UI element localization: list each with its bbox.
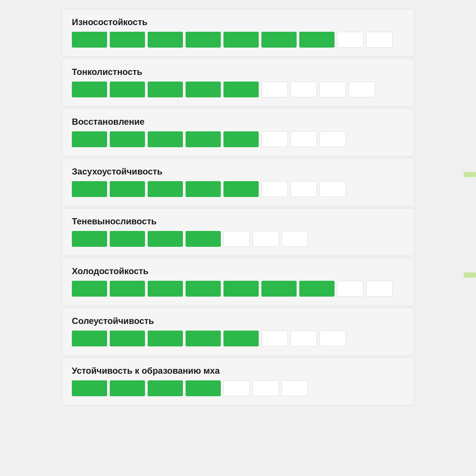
bar-segment-6-2 [148,331,183,346]
card-6: Солеустойчивость [62,308,414,356]
bar-segment-4-3 [186,231,221,247]
bar-row-6 [72,331,404,346]
bar-segment-5-4 [223,281,259,297]
card-title-3: Засухоустойчивость [72,167,404,177]
bar-segment-3-5 [261,181,288,197]
bar-segment-5-5 [261,281,297,297]
bar-segment-2-6 [290,131,317,147]
bar-segment-5-3 [186,281,221,297]
bar-segment-7-6 [282,380,308,396]
bar-segment-0-8 [366,32,393,48]
watermark-vsesemena [464,172,476,177]
bar-segment-6-1 [110,331,145,346]
bar-segment-5-0 [72,281,107,297]
bar-segment-1-5 [261,82,288,97]
bar-segment-0-1 [110,32,145,48]
bar-segment-1-6 [290,82,317,97]
bar-segment-6-6 [290,331,317,346]
bar-row-1 [72,82,404,97]
bar-segment-0-4 [223,32,259,48]
main-container: ИзносостойкостьТонколистностьВосстановле… [0,0,476,416]
bar-segment-1-0 [72,82,107,97]
bar-row-4 [72,231,404,247]
bar-segment-5-2 [148,281,183,297]
bar-segment-1-1 [110,82,145,97]
bar-segment-6-0 [72,331,107,346]
bar-segment-6-3 [186,331,221,346]
bar-segment-3-4 [223,181,259,197]
bar-segment-0-5 [261,32,297,48]
bar-segment-2-4 [223,131,259,147]
bar-segment-1-8 [349,82,375,97]
bar-segment-4-4 [223,231,250,247]
bar-segment-5-7 [337,281,364,297]
bar-segment-2-0 [72,131,107,147]
bar-segment-4-5 [253,231,279,247]
bar-segment-3-1 [110,181,145,197]
bar-segment-6-5 [261,331,288,346]
bar-segment-2-3 [186,131,221,147]
card-title-0: Износостойкость [72,17,404,27]
bar-segment-7-1 [110,380,145,396]
bar-segment-5-8 [366,281,393,297]
card-5: Холодостойкость [62,258,414,306]
bar-segment-2-5 [261,131,288,147]
bar-segment-7-5 [253,380,279,396]
card-4: Теневыносливость [62,208,414,256]
bar-segment-4-6 [282,231,308,247]
card-1: Тонколистность [62,59,414,107]
bar-segment-0-2 [148,32,183,48]
watermark-playground [464,272,476,278]
bar-segment-1-3 [186,82,221,97]
bar-segment-1-4 [223,82,259,97]
card-title-1: Тонколистность [72,67,404,77]
card-title-7: Устойчивость к образованию мха [72,366,404,376]
bar-segment-2-2 [148,131,183,147]
card-7: Устойчивость к образованию мха [62,357,414,405]
card-title-5: Холодостойкость [72,266,404,276]
card-0: Износостойкость [62,9,414,57]
bar-row-2 [72,131,404,147]
bar-segment-6-7 [320,331,346,346]
card-3: Засухоустойчивость [62,158,414,206]
bar-segment-7-0 [72,380,107,396]
bar-segment-0-0 [72,32,107,48]
bar-segment-0-3 [186,32,221,48]
bar-segment-0-7 [337,32,364,48]
bar-segment-3-2 [148,181,183,197]
bar-segment-7-4 [223,380,250,396]
card-title-4: Теневыносливость [72,216,404,227]
bar-segment-0-6 [299,32,335,48]
bar-segment-7-2 [148,380,183,396]
bar-segment-4-0 [72,231,107,247]
bar-segment-3-0 [72,181,107,197]
bar-segment-1-7 [320,82,346,97]
bar-row-0 [72,32,404,48]
card-title-2: Восстановление [72,117,404,127]
bar-segment-3-6 [290,181,317,197]
bar-segment-2-7 [320,131,346,147]
bar-segment-5-1 [110,281,145,297]
bar-segment-4-1 [110,231,145,247]
bar-segment-2-1 [110,131,145,147]
bar-segment-3-3 [186,181,221,197]
bar-segment-6-4 [223,331,259,346]
bar-row-5 [72,281,404,297]
card-title-6: Солеустойчивость [72,316,404,326]
card-2: Восстановление [62,108,414,156]
bar-row-3 [72,181,404,197]
bar-segment-7-3 [186,380,221,396]
bar-segment-3-7 [320,181,346,197]
bar-row-7 [72,380,404,396]
bar-segment-5-6 [299,281,335,297]
bar-segment-4-2 [148,231,183,247]
bar-segment-1-2 [148,82,183,97]
